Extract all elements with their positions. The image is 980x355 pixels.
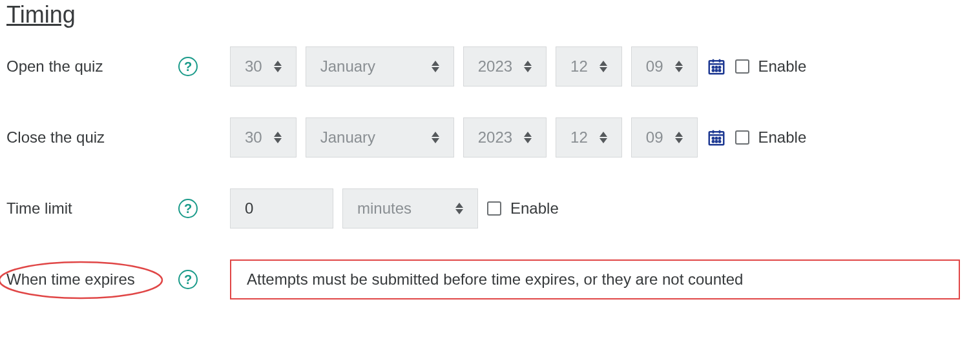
time-limit-unit-select[interactable]: minutes [342,188,478,228]
svg-marker-3 [432,67,439,72]
close-enable-checkbox[interactable] [735,130,749,145]
svg-marker-20 [274,132,282,137]
open-month-select[interactable]: January [306,46,454,86]
time-limit-value: 0 [245,199,253,218]
svg-marker-26 [599,132,607,137]
svg-marker-5 [524,67,532,72]
svg-marker-1 [274,67,282,72]
label-when-time-expires: When time expires [6,270,135,289]
svg-marker-24 [524,132,532,137]
open-hour-value: 12 [570,57,588,76]
close-month-value: January [320,128,375,147]
sort-icon [432,61,439,72]
svg-point-19 [718,70,720,72]
open-year-select[interactable]: 2023 [463,46,547,86]
svg-marker-6 [599,61,607,66]
close-minute-value: 09 [646,128,663,147]
sort-icon [599,61,607,72]
svg-point-17 [712,70,714,72]
open-minute-select[interactable]: 09 [631,46,698,86]
svg-marker-2 [432,61,439,66]
svg-marker-41 [455,209,463,214]
when-time-expires-value: Attempts must be submitted before time e… [247,270,743,289]
row-close-quiz: Close the quiz 30 January 2023 12 [6,117,974,157]
svg-marker-29 [675,138,683,143]
sort-icon [599,132,607,143]
svg-point-15 [715,66,717,68]
svg-point-38 [715,141,717,143]
sort-icon [274,132,282,143]
sort-icon [675,132,683,143]
svg-marker-40 [455,203,463,208]
sort-icon [432,132,439,143]
svg-point-34 [712,137,714,139]
label-open-quiz: Open the quiz [6,57,103,76]
sort-icon [675,61,683,72]
help-icon[interactable]: ? [178,199,198,218]
row-time-limit: Time limit ? 0 minutes Enable [6,188,974,228]
time-limit-unit-value: minutes [357,199,412,218]
svg-marker-27 [599,138,607,143]
close-year-value: 2023 [478,128,512,147]
svg-marker-25 [524,138,532,143]
open-month-value: January [320,57,375,76]
svg-marker-7 [599,67,607,72]
help-icon[interactable]: ? [178,270,198,289]
svg-point-14 [712,66,714,68]
svg-point-35 [715,137,717,139]
svg-marker-0 [274,61,282,66]
limit-enable-checkbox[interactable] [487,201,501,216]
svg-marker-4 [524,61,532,66]
open-enable-label: Enable [758,57,807,76]
svg-marker-21 [274,138,282,143]
limit-enable-label: Enable [510,199,559,218]
open-day-select[interactable]: 30 [230,46,297,86]
open-year-value: 2023 [478,57,512,76]
label-time-limit: Time limit [6,199,72,218]
svg-point-39 [718,141,720,143]
open-enable-checkbox[interactable] [735,59,749,74]
svg-point-16 [718,66,720,68]
open-hour-select[interactable]: 12 [556,46,622,86]
close-enable-label: Enable [758,128,807,147]
time-limit-input[interactable]: 0 [230,188,333,228]
close-hour-select[interactable]: 12 [556,117,622,157]
help-icon[interactable]: ? [178,57,198,76]
close-day-value: 30 [245,128,262,147]
svg-marker-28 [675,132,683,137]
close-year-select[interactable]: 2023 [463,117,547,157]
svg-marker-9 [675,67,683,72]
svg-point-36 [718,137,720,139]
calendar-icon[interactable] [707,57,726,76]
sort-icon [524,132,532,143]
svg-point-18 [715,70,717,72]
close-minute-select[interactable]: 09 [631,117,698,157]
open-minute-value: 09 [646,57,663,76]
close-day-select[interactable]: 30 [230,117,297,157]
close-month-select[interactable]: January [306,117,454,157]
close-hour-value: 12 [570,128,588,147]
sort-icon [455,203,463,214]
svg-marker-22 [432,132,439,137]
svg-marker-23 [432,138,439,143]
svg-marker-8 [675,61,683,66]
section-heading-timing[interactable]: Timing [6,1,974,28]
row-when-time-expires: When time expires ? Attempts must be sub… [6,259,974,299]
label-close-quiz: Close the quiz [6,128,105,147]
open-day-value: 30 [245,57,262,76]
sort-icon [524,61,532,72]
svg-point-37 [712,141,714,143]
when-time-expires-select[interactable]: Attempts must be submitted before time e… [230,259,960,299]
sort-icon [274,61,282,72]
calendar-icon[interactable] [707,128,726,147]
row-open-quiz: Open the quiz ? 30 January 2023 [6,46,974,86]
